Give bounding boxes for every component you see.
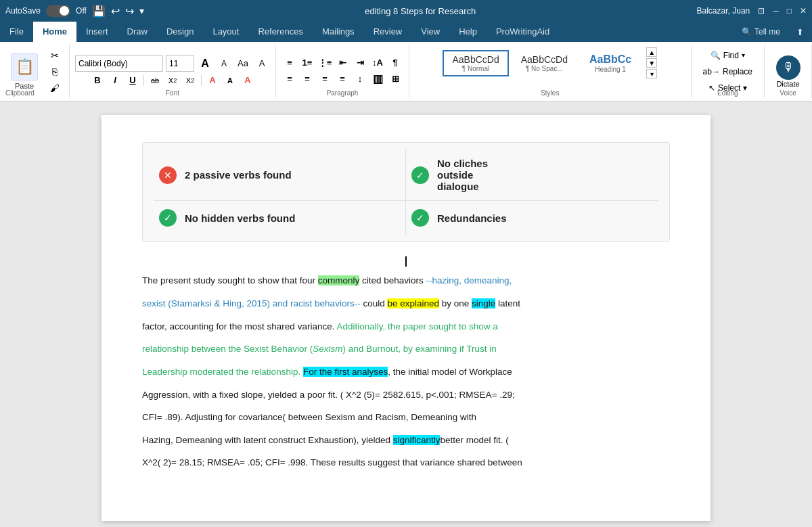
tab-help[interactable]: Help (449, 22, 487, 42)
text-cursor (405, 256, 407, 267)
paragraph-6: Aggression, with a fixed slope, yielded … (142, 386, 670, 404)
show-marks-button[interactable]: ¶ (387, 55, 403, 70)
no-cliches-text: No cliches outside dialogue (437, 158, 488, 192)
bold-button[interactable]: B (89, 73, 106, 88)
styles-group: AaBbCcDd ¶ Normal AaBbCcDd ¶ No Spac... … (409, 45, 692, 98)
minimize-button[interactable]: ─ (773, 6, 779, 16)
replace-button[interactable]: ab→ Replace (697, 65, 759, 78)
borders-button[interactable]: ⊞ (387, 72, 403, 87)
document-page[interactable]: ✕ 2 passive verbs found ✓ No cliches out… (102, 115, 710, 521)
align-center-button[interactable]: ≡ (299, 72, 315, 87)
text-color-button[interactable]: A (240, 73, 256, 88)
decrease-indent-button[interactable]: ⇤ (334, 55, 351, 70)
paragraph-4: relationship between the Sexist Behavior… (142, 340, 670, 358)
title-bar: AutoSave Off 💾 ↩ ↪ ▾ editing 8 Steps for… (0, 0, 812, 22)
tab-draw[interactable]: Draw (118, 22, 157, 42)
align-right-button[interactable]: ≡ (317, 72, 333, 87)
numbering-button[interactable]: 1≡ (299, 55, 315, 70)
font-case-button[interactable]: Aa (235, 56, 251, 71)
font-size-select[interactable] (166, 55, 194, 72)
ribbon-content: 📋 Paste ✂ ⎘ 🖌 Clipboard A A Aa A B I U a… (0, 42, 812, 101)
share-icon[interactable]: ⬆ (788, 22, 812, 42)
voice-group: 🎙 Dictate Voice (765, 45, 812, 98)
style-more[interactable]: ▾ (646, 69, 657, 78)
divider2 (201, 75, 202, 86)
be-explained-highlight: be explained (387, 298, 439, 308)
cut-button[interactable]: ✂ (46, 48, 64, 63)
underline-button[interactable]: U (125, 73, 141, 88)
tab-references[interactable]: References (248, 22, 312, 42)
paragraph-9: X^2( 2)= 28.15; RMSEA= .05; CFI= .998. T… (142, 454, 670, 472)
style-normal[interactable]: AaBbCcDd ¶ Normal (443, 50, 508, 76)
style-heading1[interactable]: AaBbCc Heading 1 (580, 49, 641, 77)
line-spacing-button[interactable]: ↕ (352, 72, 368, 87)
paste-button[interactable]: 📋 Paste (5, 51, 43, 93)
editing-group: 🔍 Find ▾ ab→ Replace ↖ Select ▾ Editing (692, 45, 765, 98)
tab-view[interactable]: View (411, 22, 449, 42)
paragraph-2: sexist (Stamarksi & Hing, 2015) and raci… (142, 295, 670, 313)
divider (143, 75, 144, 86)
editing-label: Editing (717, 89, 738, 97)
passive-verbs-text: 2 passive verbs found (185, 169, 292, 181)
font-grow-button[interactable]: A (197, 56, 213, 71)
replace-icon: ab→ (703, 67, 720, 76)
font-shrink-button[interactable]: A (216, 56, 232, 71)
tab-insert[interactable]: Insert (76, 22, 118, 42)
document-title: editing 8 Steps for Research (365, 6, 476, 16)
dictate-button[interactable]: 🎙 Dictate (776, 55, 800, 88)
microphone-icon: 🎙 (776, 55, 800, 80)
align-left-button[interactable]: ≡ (281, 72, 298, 87)
style-scroll-up[interactable]: ▲ (646, 47, 657, 57)
customize-icon[interactable]: ▾ (139, 5, 144, 16)
highlight-button[interactable]: A (222, 73, 238, 88)
superscript-button[interactable]: X2 (182, 73, 198, 88)
tab-design[interactable]: Design (157, 22, 203, 42)
tell-me-box[interactable]: 🔍 Tell me (734, 22, 788, 42)
clear-format-button[interactable]: A (254, 56, 270, 71)
copy-button[interactable]: ⎘ (46, 64, 64, 79)
subscript-button[interactable]: X2 (164, 73, 181, 88)
hazing-text: --hazing, demeaning, (426, 275, 512, 285)
tab-prowritingaid[interactable]: ProWritingAid (487, 22, 559, 42)
document-text[interactable]: The present study sought to show that fo… (142, 272, 670, 472)
style-scroll-down[interactable]: ▼ (646, 58, 657, 68)
tab-file[interactable]: File (0, 22, 33, 42)
passive-verbs-icon: ✕ (159, 166, 177, 184)
tab-review[interactable]: Review (364, 22, 412, 42)
italic-button[interactable]: I (107, 73, 123, 88)
tab-mailings[interactable]: Mailings (313, 22, 364, 42)
bullets-button[interactable]: ≡ (281, 55, 298, 70)
para-row-2: ≡ ≡ ≡ ≡ ↕ ▥ ⊞ (281, 72, 403, 87)
no-cliches-cell: ✓ No cliches outside dialogue (406, 150, 658, 200)
autosave-label: AutoSave (5, 6, 41, 16)
user-name: Balcazar, Juan (697, 6, 750, 16)
restore-window-icon[interactable]: ⊡ (758, 6, 765, 16)
autosave-state: Off (76, 6, 87, 16)
undo-icon[interactable]: ↩ (111, 5, 120, 18)
font-color-button[interactable]: A (204, 73, 221, 88)
restore-button[interactable]: □ (787, 6, 792, 16)
find-button[interactable]: 🔍 Find ▾ (704, 49, 751, 62)
for-first-analyses-highlight: For the first analyses (303, 367, 388, 377)
panel-row-1: ✕ 2 passive verbs found ✓ No cliches out… (154, 150, 658, 201)
justify-button[interactable]: ≡ (334, 72, 351, 87)
sort-button[interactable]: ↕A (369, 55, 386, 70)
redo-icon[interactable]: ↪ (125, 5, 134, 18)
style-no-spacing[interactable]: AaBbCcDd ¶ No Spac... (512, 50, 577, 76)
paragraph-8: Hazing, Demeaning with latent construct … (142, 432, 670, 449)
save-icon[interactable]: 💾 (92, 5, 106, 18)
increase-indent-button[interactable]: ⇥ (352, 55, 368, 70)
shading-button[interactable]: ▥ (369, 72, 386, 87)
font-family-select[interactable] (75, 55, 163, 72)
ribbon-tabs: File Home Insert Draw Design Layout Refe… (0, 22, 812, 42)
close-button[interactable]: ✕ (800, 6, 807, 16)
strikethrough-button[interactable]: ab (147, 73, 163, 88)
tab-layout[interactable]: Layout (203, 22, 248, 42)
multilevel-button[interactable]: ⋮≡ (317, 55, 333, 70)
font-label: Font (166, 89, 179, 97)
no-hidden-verbs-text: No hidden verbs found (185, 212, 295, 224)
tab-home[interactable]: Home (33, 22, 76, 42)
autosave-toggle[interactable] (46, 5, 70, 17)
paste-icon: 📋 (11, 53, 38, 81)
format-painter-button[interactable]: 🖌 (46, 81, 64, 95)
